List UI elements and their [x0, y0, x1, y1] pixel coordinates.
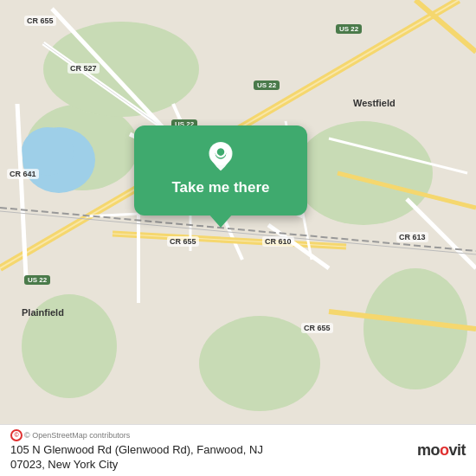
road-label-cr527: CR 527	[68, 63, 100, 74]
bottom-bar: © © OpenStreetMap contributors 105 N Gle…	[0, 424, 476, 476]
attribution-area: © © OpenStreetMap contributors 105 N Gle…	[10, 429, 410, 473]
road-label-cr655-3: CR 655	[301, 323, 333, 333]
svg-point-3	[294, 121, 433, 225]
road-label-cr610: CR 610	[262, 236, 294, 247]
moovit-dot: o	[440, 441, 449, 459]
road-label-us22-1: US 22	[336, 24, 362, 34]
road-label-cr655-2: CR 655	[167, 236, 199, 247]
road-label-us22-2: US 22	[254, 80, 280, 90]
road-label-cr613: CR 613	[396, 232, 428, 242]
road-label-us22-4: US 22	[24, 275, 50, 285]
popup-label: Take me there	[171, 179, 269, 196]
moovit-logo: moovit	[417, 441, 466, 460]
svg-point-2	[43, 22, 199, 117]
location-pin-icon	[205, 141, 236, 172]
address-line1: 105 N Glenwood Rd (Glenwood Rd), Fanwood…	[10, 443, 263, 456]
moovit-brand-text: moovit	[417, 441, 466, 460]
address-line2: 07023, New York City	[10, 458, 118, 471]
take-me-there-button[interactable]: Take me there	[134, 125, 307, 215]
osm-attribution: © © OpenStreetMap contributors	[10, 429, 410, 441]
map-container: CR 655 CR 527 CR 641 US 22 US 22 US 22 U…	[0, 0, 476, 424]
road-label-cr641: CR 641	[7, 169, 39, 179]
osm-attribution-text: © OpenStreetMap contributors	[24, 431, 130, 440]
road-label-cr655-1: CR 655	[24, 16, 56, 26]
place-label-westfield: Westfield	[353, 98, 396, 108]
osm-logo-icon: ©	[10, 429, 23, 441]
address-text: 105 N Glenwood Rd (Glenwood Rd), Fanwood…	[10, 443, 410, 473]
place-label-plainfield: Plainfield	[22, 307, 64, 318]
svg-point-4	[363, 268, 467, 389]
